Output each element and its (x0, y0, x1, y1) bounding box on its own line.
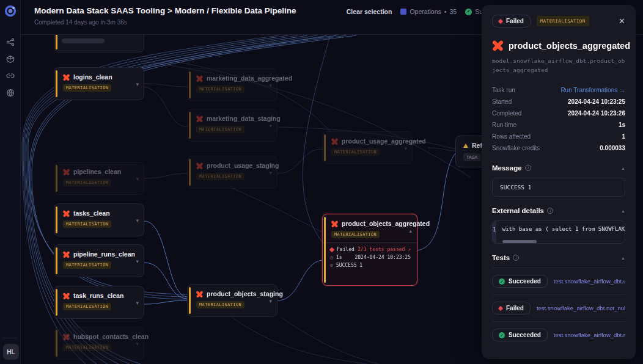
materialisation-badge: MATERIALISATION (331, 231, 380, 238)
failed-diamond-icon (498, 18, 503, 23)
external-details-section-header: External details i ▲ (492, 207, 625, 214)
panel-title-row: product_objects_aggregated (492, 40, 625, 51)
materialisation-badge: MATERIALISATION (63, 344, 111, 351)
dbt-icon (63, 169, 70, 175)
dbt-icon (196, 291, 203, 297)
chevron-down-icon[interactable]: ▾ (136, 300, 139, 306)
chevron-down-icon[interactable]: ▾ (269, 170, 272, 176)
clear-selection-button[interactable]: Clear selection (347, 8, 392, 15)
task-type-badge: TASK (463, 153, 481, 161)
node-timestamp: 2024-04-24 10:23:25 (355, 255, 411, 260)
chevron-down-icon[interactable]: ▾ (136, 81, 139, 87)
collapse-icon[interactable]: ▲ (621, 256, 625, 260)
info-icon: i (525, 165, 531, 171)
info-icon: i (513, 255, 519, 261)
dbt-icon (196, 115, 203, 122)
gear-icon: ⚙ (330, 263, 333, 268)
tests-summary-link[interactable]: 2/3 tests passed ↗ (358, 247, 411, 252)
node-marketing-data-aggregated[interactable]: marketing_data_aggregated MATERIALISATIO… (187, 68, 277, 101)
info-icon: i (547, 208, 553, 214)
user-avatar[interactable]: HL (3, 344, 19, 360)
node-product-usage-aggregated[interactable]: product_usage_aggregated MATERIALISATION… (322, 131, 413, 164)
code-line: with base as ( select 1 from SNOWFLAKE (496, 221, 625, 236)
detail-row-completed: Completed 2024-04-24 10:23:26 (492, 107, 625, 119)
dbt-icon (331, 138, 338, 145)
dbt-icon (63, 293, 70, 299)
chevron-down-icon[interactable]: ▾ (136, 176, 139, 182)
chevron-down-icon[interactable]: ▾ (136, 217, 139, 224)
node-tasks-clean[interactable]: tasks_clean MATERIALISATION ▾ (54, 203, 144, 236)
horizontal-scrollbar[interactable] (502, 240, 537, 243)
sql-code-block[interactable]: 1 with base as ( select 1 from SNOWFLAKE (492, 220, 625, 244)
failed-diamond-icon (329, 247, 334, 252)
app-logo-icon[interactable] (4, 5, 17, 17)
node-task-runs-clean[interactable]: task_runs_clean MATERIALISATION ▾ (54, 286, 144, 319)
materialisation-badge: MATERIALISATION (63, 84, 111, 92)
chevron-down-icon[interactable]: ▾ (136, 258, 139, 264)
message-box: SUCCESS 1 (492, 178, 625, 197)
close-icon[interactable]: ✕ (619, 16, 625, 26)
panel-badge-row: Failed MATERIALISATION ✕ (492, 15, 625, 27)
chevron-down-icon[interactable]: ▾ (404, 145, 407, 151)
node-pipelines-clean[interactable]: pipelines_clean MATERIALISATION ▾ (54, 162, 144, 195)
breadcrumb: Modern Data Stack SAAS Tooling > Modern … (34, 6, 296, 15)
node-time-row: ◷ 1s 2024-04-24 10:23:25 (323, 253, 417, 261)
left-sidebar: HL (0, 0, 21, 364)
detail-row-run-time: Run time 1s (492, 119, 625, 131)
failed-status-pill: Failed (492, 15, 531, 27)
dbt-icon (63, 251, 70, 258)
message-section-header: Message i ▲ (492, 164, 625, 172)
details-panel: Failed MATERIALISATION ✕ product_objects… (482, 5, 636, 359)
chevron-up-icon[interactable]: ▴ (409, 228, 412, 234)
success-filter[interactable]: ✓ Su (465, 8, 483, 15)
settings-globe-icon[interactable] (6, 89, 15, 97)
collapse-icon[interactable]: ▲ (621, 209, 625, 213)
assets-cube-icon[interactable] (6, 55, 15, 64)
node-product-objects-staging[interactable]: product_objects_staging MATERIALISATION … (187, 284, 277, 317)
sidebar-divider (3, 338, 17, 338)
run-transformations-link[interactable]: Run Transformations → (560, 87, 625, 93)
lineage-graph-icon[interactable] (6, 38, 15, 46)
dbt-icon (63, 333, 70, 340)
node-hubspot-contacts-clean[interactable]: hubspot_contacts_clean MATERIALISATION ▾ (54, 327, 144, 360)
dbt-icon (63, 74, 70, 81)
integrations-link-icon[interactable] (6, 71, 15, 80)
dbt-icon (63, 210, 70, 217)
node-product-usage-staging[interactable]: product_usage_staging MATERIALISATION ▾ (187, 156, 277, 189)
test-row: ✓ Succeeded test.snowflake_airflow_dbt.n… (492, 322, 625, 348)
detail-rows: Task run Run Transformations → Started 2… (492, 84, 625, 154)
test-link[interactable]: test.snowflake_airflow_dbt.not_null_pr (537, 305, 625, 311)
chevron-down-icon[interactable]: ▾ (269, 298, 272, 304)
chevron-down-icon[interactable]: ▾ (136, 341, 139, 347)
detail-row-rows-affected: Rows affected 1 (492, 131, 625, 142)
dbt-icon (331, 220, 338, 227)
chevron-down-icon[interactable]: ▾ (269, 123, 272, 129)
materialisation-badge: MATERIALISATION (63, 220, 111, 228)
test-link[interactable]: test.snowflake_airflow_dbt.unique_pro (554, 278, 625, 285)
chevron-down-icon[interactable]: ▾ (269, 82, 272, 89)
dot-separator: • (444, 8, 447, 15)
test-link[interactable]: test.snowflake_airflow_dbt.not_null_pr (554, 332, 625, 338)
materialisation-badge: MATERIALISATION (63, 261, 111, 269)
node-pipeline-runs-clean[interactable]: pipeline_runs_clean MATERIALISATION ▾ (54, 244, 144, 277)
node-skeleton-bar (62, 38, 105, 43)
materialisation-badge: MATERIALISATION (331, 148, 380, 156)
materialisation-badge: MATERIALISATION (196, 86, 244, 93)
test-row: Failed test.snowflake_airflow_dbt.not_nu… (492, 295, 625, 322)
dbt-icon (492, 40, 503, 51)
warehouse-icon (463, 144, 468, 148)
dbt-icon (196, 162, 203, 169)
operations-filter[interactable]: Operations • 35 (400, 8, 457, 15)
tests-section-header: Tests i ▲ (492, 254, 625, 261)
node-marketing-data-staging[interactable]: marketing_data_staging MATERIALISATION ▾ (187, 109, 277, 142)
success-check-icon: ✓ (465, 9, 472, 15)
collapse-icon[interactable]: ▲ (621, 166, 625, 170)
materialisation-badge: MATERIALISATION (196, 173, 244, 180)
materialisation-badge: MATERIALISATION (63, 303, 111, 310)
operations-count: 35 (449, 8, 457, 15)
detail-row-snowflake-credits: Snowflake credits 0.000033 (492, 142, 625, 154)
node-logins-clean[interactable]: logins_clean MATERIALISATION ▾ (54, 67, 144, 100)
detail-row-task-run: Task run Run Transformations → (492, 84, 625, 96)
node-product-objects-aggregated-selected[interactable]: product_objects_aggregated MATERIALISATI… (322, 214, 417, 286)
header-toolbar: Clear selection Operations • 35 ✓ Su (347, 8, 483, 15)
